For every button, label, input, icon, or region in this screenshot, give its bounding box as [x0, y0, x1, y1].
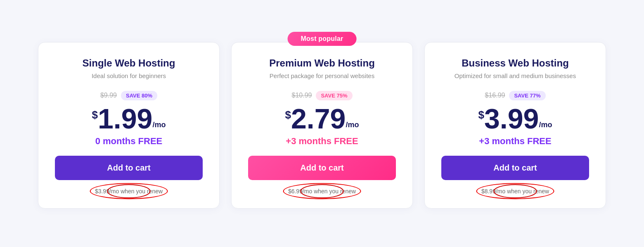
card-subtitle-premium: Perfect package for personal websites — [270, 72, 374, 79]
save-badge-premium: SAVE 75% — [316, 91, 352, 100]
amount-business: 3.99 — [484, 104, 539, 133]
main-price-single: $ 1.99 /mo — [92, 104, 166, 133]
card-subtitle-business: Optimized for small and medium businesse… — [455, 72, 576, 79]
popular-badge: Most popular — [288, 32, 357, 46]
renew-price-wrapper-single: $3.99/mo when you renew — [95, 188, 163, 195]
price-row-business: $16.99 SAVE 77% — [485, 91, 545, 100]
card-subtitle-single: Ideal solution for beginners — [92, 72, 166, 79]
price-row-premium: $10.99 SAVE 75% — [291, 91, 352, 100]
pricing-card-business: Business Web Hosting Optimized for small… — [424, 42, 606, 209]
add-to-cart-premium[interactable]: Add to cart — [248, 156, 396, 180]
renew-price-business: $8.99/mo when you renew — [481, 188, 549, 195]
renew-price-wrapper-premium: $6.99/mo when you renew — [288, 188, 356, 195]
per-mo-single: /mo — [152, 121, 166, 129]
currency-single: $ — [92, 109, 98, 121]
renew-price-premium: $6.99/mo when you renew — [288, 188, 356, 195]
card-title-premium: Premium Web Hosting — [269, 57, 375, 69]
original-price-business: $16.99 — [485, 92, 505, 99]
price-row-single: $9.99 SAVE 80% — [100, 91, 157, 100]
card-title-business: Business Web Hosting — [462, 57, 569, 69]
currency-business: $ — [478, 109, 484, 121]
save-badge-single: SAVE 80% — [121, 91, 157, 100]
pricing-section: Single Web Hosting Ideal solution for be… — [0, 22, 644, 225]
main-price-business: $ 3.99 /mo — [478, 104, 552, 133]
save-badge-business: SAVE 77% — [509, 91, 545, 100]
add-to-cart-single[interactable]: Add to cart — [55, 156, 203, 180]
renew-price-single: $3.99/mo when you renew — [95, 188, 163, 195]
free-months-premium: +3 months FREE — [286, 136, 358, 147]
amount-premium: 2.79 — [291, 104, 346, 133]
original-price-premium: $10.99 — [291, 92, 312, 99]
card-title-single: Single Web Hosting — [83, 57, 175, 69]
per-mo-premium: /mo — [346, 121, 359, 129]
original-price-single: $9.99 — [100, 92, 117, 99]
add-to-cart-business[interactable]: Add to cart — [441, 156, 589, 180]
free-months-business: +3 months FREE — [479, 136, 551, 147]
amount-single: 1.99 — [98, 104, 152, 133]
pricing-card-premium: Most popular Premium Web Hosting Perfect… — [231, 42, 413, 209]
free-months-single: 0 months FREE — [95, 136, 163, 147]
main-price-premium: $ 2.79 /mo — [285, 104, 359, 133]
currency-premium: $ — [285, 109, 291, 121]
per-mo-business: /mo — [539, 121, 552, 129]
renew-price-wrapper-business: $8.99/mo when you renew — [481, 188, 549, 195]
pricing-card-single: Single Web Hosting Ideal solution for be… — [38, 42, 220, 209]
